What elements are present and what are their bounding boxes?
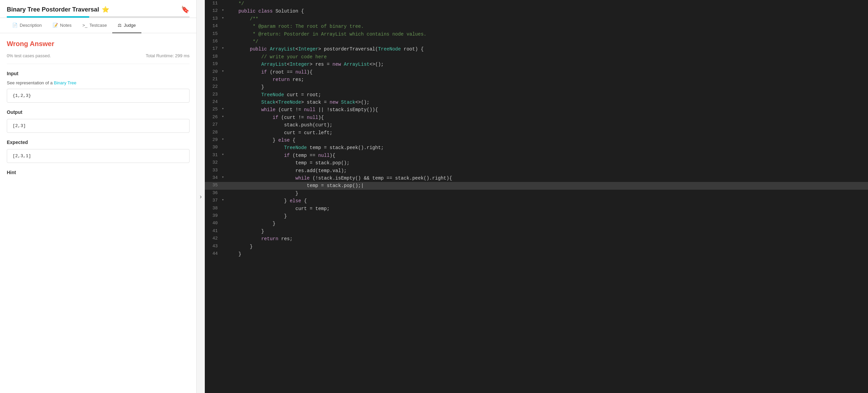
code-line-16: 16 */	[205, 38, 868, 45]
output-label: Output	[7, 109, 190, 115]
line-fold-arrow[interactable]: ▾	[222, 137, 227, 143]
line-number: 32	[205, 159, 222, 166]
code-line-11: 11 */	[205, 0, 868, 7]
line-number: 27	[205, 121, 222, 128]
line-number: 12	[205, 7, 222, 15]
line-fold-arrow[interactable]: ▾	[222, 106, 227, 112]
problem-title: Binary Tree Postorder Traversal ⭐	[7, 6, 109, 13]
line-number: 15	[205, 30, 222, 38]
line-number: 19	[205, 61, 222, 68]
line-content: } else {	[227, 197, 868, 205]
line-content: temp = stack.pop();	[227, 159, 868, 167]
progress-bar-fill	[7, 16, 89, 18]
notes-tab-icon: 📝	[53, 23, 58, 28]
line-number: 37	[205, 197, 222, 204]
line-content: */	[227, 0, 868, 7]
line-fold-arrow[interactable]: ▾	[222, 45, 227, 51]
bookmark-icon[interactable]: 🔖	[181, 5, 190, 14]
line-content: curt = temp;	[227, 205, 868, 212]
line-content: // write your code here	[227, 53, 868, 61]
runtime: Total Runtime: 299 ms	[146, 53, 190, 58]
tab-notes[interactable]: 📝 Notes	[47, 18, 77, 33]
input-label: Input	[7, 71, 190, 76]
code-line-18: 18 // write your code here	[205, 53, 868, 61]
line-number: 36	[205, 190, 222, 197]
input-section: Input See representation of a Binary Tre…	[7, 71, 190, 103]
testcase-tab-icon: >_	[82, 23, 87, 28]
code-line-28: 28 curt = curt.left;	[205, 129, 868, 137]
line-fold-arrow[interactable]: ▾	[222, 197, 227, 203]
code-line-19: 19 ArrayList<Integer> res = new ArrayLis…	[205, 61, 868, 68]
code-line-36: 36 }	[205, 190, 868, 197]
code-line-21: 21 return res;	[205, 76, 868, 83]
line-fold-arrow[interactable]: ▾	[222, 7, 227, 14]
code-editor-panel: 11 */12▾ public class Solution {13▾ /**1…	[205, 0, 868, 393]
code-line-35: 35 temp = stack.pop();|	[205, 182, 868, 189]
code-line-13: 13▾ /**	[205, 15, 868, 23]
line-fold-arrow[interactable]: ▾	[222, 114, 227, 120]
code-line-26: 26▾ if (curt != null){	[205, 114, 868, 121]
star-icon[interactable]: ⭐	[102, 6, 109, 13]
code-line-24: 24 Stack<TreeNode> stack = new Stack<>()…	[205, 99, 868, 106]
code-line-15: 15 * @return: Postorder in ArrayList whi…	[205, 30, 868, 38]
tab-testcase[interactable]: >_ Testcase	[77, 18, 112, 33]
input-value: {1,2,3}	[7, 89, 190, 103]
stats-row: 0% test cases passed. Total Runtime: 299…	[7, 53, 190, 64]
line-content: if (curt != null){	[227, 114, 868, 121]
line-fold-arrow[interactable]: ▾	[222, 15, 227, 21]
line-content: Stack<TreeNode> stack = new Stack<>();	[227, 99, 868, 106]
line-number: 40	[205, 220, 222, 227]
line-content: temp = stack.pop();|	[227, 182, 868, 189]
line-content: if (root == null){	[227, 68, 868, 76]
hint-section: Hint	[7, 170, 190, 175]
input-note-text: See representation of a	[7, 80, 53, 85]
expected-section: Expected [2,3,1]	[7, 140, 190, 163]
expected-label: Expected	[7, 140, 190, 145]
line-number: 17	[205, 45, 222, 53]
line-content: * @return: Postorder in ArrayList which …	[227, 30, 868, 38]
code-line-27: 27 stack.push(curt);	[205, 121, 868, 129]
line-number: 25	[205, 106, 222, 113]
tab-judge[interactable]: ⚖ Judge	[112, 18, 141, 33]
line-number: 33	[205, 167, 222, 174]
test-cases-passed: 0% test cases passed.	[7, 53, 51, 58]
line-number: 11	[205, 0, 222, 7]
line-fold-arrow[interactable]: ▾	[222, 68, 227, 75]
line-content: ArrayList<Integer> res = new ArrayList<>…	[227, 61, 868, 68]
line-fold-arrow[interactable]: ▾	[222, 152, 227, 158]
code-line-12: 12▾ public class Solution {	[205, 7, 868, 15]
description-tab-label: Description	[20, 23, 42, 28]
line-number: 28	[205, 129, 222, 136]
line-number: 30	[205, 144, 222, 151]
code-line-40: 40 }	[205, 220, 868, 227]
code-line-43: 43 }	[205, 243, 868, 250]
line-number: 38	[205, 205, 222, 212]
code-line-39: 39 }	[205, 212, 868, 220]
line-number: 14	[205, 23, 222, 30]
line-content: }	[227, 190, 868, 197]
line-content: }	[227, 243, 868, 250]
code-line-17: 17▾ public ArrayList<Integer> postorderT…	[205, 45, 868, 53]
expected-value: [2,3,1]	[7, 149, 190, 163]
line-number: 18	[205, 53, 222, 60]
code-editor[interactable]: 11 */12▾ public class Solution {13▾ /**1…	[205, 0, 868, 393]
left-panel: Binary Tree Postorder Traversal ⭐ 🔖 📄 De…	[0, 0, 197, 393]
progress-bar-container	[7, 16, 190, 18]
line-content: return res;	[227, 76, 868, 83]
binary-tree-link[interactable]: Binary Tree	[54, 80, 76, 85]
code-line-37: 37▾ } else {	[205, 197, 868, 205]
judge-tab-icon: ⚖	[118, 23, 122, 28]
line-number: 43	[205, 243, 222, 250]
line-content: } else {	[227, 137, 868, 144]
line-content: return res;	[227, 235, 868, 243]
tab-description[interactable]: 📄 Description	[7, 18, 47, 33]
testcase-tab-label: Testcase	[90, 23, 107, 28]
line-fold-arrow[interactable]: ▾	[222, 174, 227, 181]
code-line-33: 33 res.add(temp.val);	[205, 167, 868, 174]
line-content: if (temp == null){	[227, 152, 868, 159]
panel-divider[interactable]: ›	[197, 0, 205, 393]
line-content: }	[227, 250, 868, 258]
line-content: public ArrayList<Integer> postorderTrave…	[227, 45, 868, 53]
line-number: 24	[205, 99, 222, 106]
line-content: res.add(temp.val);	[227, 167, 868, 174]
